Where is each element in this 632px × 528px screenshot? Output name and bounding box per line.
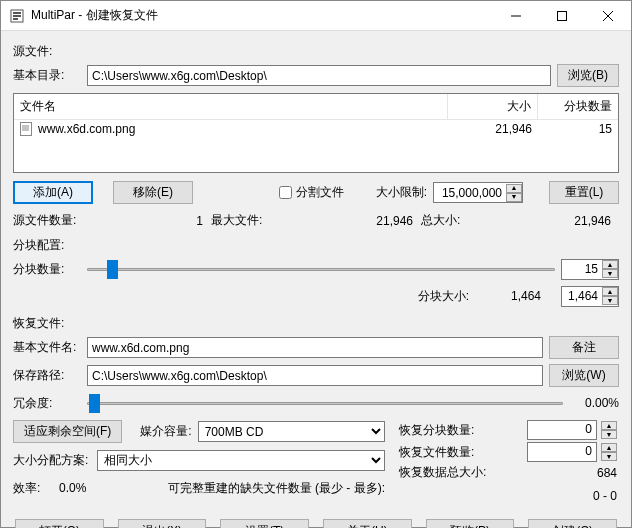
file-list-header: 文件名 大小 分块数量 (14, 94, 618, 120)
alloc-label: 大小分配方案: (13, 452, 91, 469)
basedir-label: 基本目录: (13, 67, 81, 84)
block-count-down[interactable]: ▼ (602, 269, 618, 278)
src-max-label: 最大文件: (211, 212, 301, 229)
redundancy-value: 0.00% (569, 396, 619, 410)
split-checkbox-input[interactable] (279, 186, 292, 199)
src-count-label: 源文件数量: (13, 212, 91, 229)
limit-down[interactable]: ▼ (506, 193, 522, 202)
src-total-label: 总大小: (421, 212, 491, 229)
block-count-up[interactable]: ▲ (602, 260, 618, 269)
rblocks-label: 恢复分块数量: (399, 422, 523, 439)
rblocks-value: 0 (527, 420, 597, 440)
block-size-input[interactable]: ▲▼ (561, 286, 619, 307)
svg-rect-5 (558, 11, 567, 20)
col-name[interactable]: 文件名 (14, 94, 448, 119)
block-size-label: 分块大小: (418, 288, 469, 305)
file-blocks: 15 (532, 122, 612, 136)
svg-rect-1 (13, 12, 21, 14)
alloc-select[interactable]: 相同大小 (97, 450, 385, 471)
recovery-section-label: 恢复文件: (13, 315, 619, 332)
rfiles-spin[interactable]: ▲▼ (601, 443, 617, 461)
options-button[interactable]: 设置(T) (220, 519, 309, 528)
app-icon (9, 8, 25, 24)
browse-savepath-button[interactable]: 浏览(W) (549, 364, 619, 387)
block-section-label: 分块配置: (13, 237, 619, 254)
savepath-label: 保存路径: (13, 367, 81, 384)
redundancy-label: 冗余度: (13, 395, 81, 412)
add-button[interactable]: 添加(A) (13, 181, 93, 204)
svg-rect-3 (13, 18, 18, 20)
about-button[interactable]: 关于(U) (323, 519, 412, 528)
col-blocks[interactable]: 分块数量 (538, 94, 618, 119)
rebuild-label: 可完整重建的缺失文件数量 (最少 - 最多): (168, 480, 385, 497)
create-button[interactable]: 创建(C) (528, 519, 617, 528)
limit-up[interactable]: ▲ (506, 184, 522, 193)
rfiles-label: 恢复文件数量: (399, 444, 523, 461)
close-button[interactable] (585, 1, 631, 31)
efficiency-label: 效率: (13, 480, 40, 497)
split-checkbox[interactable]: 分割文件 (279, 184, 344, 201)
svg-rect-2 (13, 15, 21, 17)
exit-button[interactable]: 退出(X) (118, 519, 207, 528)
remove-button[interactable]: 移除(E) (113, 181, 193, 204)
file-list[interactable]: 文件名 大小 分块数量 www.x6d.com.png 21,946 15 (13, 93, 619, 173)
rebuild-value: 0 - 0 (399, 489, 619, 503)
rblocks-spin[interactable]: ▲▼ (601, 421, 617, 439)
block-count-label: 分块数量: (13, 261, 81, 278)
basedir-input[interactable] (87, 65, 551, 86)
efficiency-value: 0.0% (46, 481, 86, 495)
open-button[interactable]: 打开(O) (15, 519, 104, 528)
limit-label: 大小限制: (376, 184, 427, 201)
media-label: 媒介容量: (140, 423, 191, 440)
bottom-bar: 打开(O) 退出(X) 设置(T) 关于(U) 预览(P) 创建(C) (1, 511, 631, 528)
rtotal-value: 684 (527, 466, 619, 480)
block-size-up[interactable]: ▲ (602, 287, 618, 296)
source-section-label: 源文件: (13, 43, 619, 60)
titlebar: MultiPar - 创建恢复文件 (1, 1, 631, 31)
src-total-value: 21,946 (491, 214, 619, 228)
media-select[interactable]: 700MB CD (198, 421, 385, 442)
src-max-value: 21,946 (301, 214, 421, 228)
rtotal-label: 恢复数据总大小: (399, 464, 523, 481)
browse-basedir-button[interactable]: 浏览(B) (557, 64, 619, 87)
rfiles-value: 0 (527, 442, 597, 462)
block-size-disp: 1,464 (475, 289, 555, 303)
window-title: MultiPar - 创建恢复文件 (31, 7, 493, 24)
basefile-label: 基本文件名: (13, 339, 81, 356)
limit-input[interactable]: ▲▼ (433, 182, 523, 203)
maximize-button[interactable] (539, 1, 585, 31)
block-count-slider[interactable] (87, 259, 555, 279)
reset-button[interactable]: 重置(L) (549, 181, 619, 204)
preview-button[interactable]: 预览(P) (426, 519, 515, 528)
note-button[interactable]: 备注 (549, 336, 619, 359)
block-count-input[interactable]: ▲▼ (561, 259, 619, 280)
minimize-button[interactable] (493, 1, 539, 31)
file-name: www.x6d.com.png (38, 122, 442, 136)
src-count-value: 1 (91, 214, 211, 228)
col-size[interactable]: 大小 (448, 94, 538, 119)
file-row[interactable]: www.x6d.com.png 21,946 15 (14, 120, 618, 138)
file-icon (20, 122, 34, 136)
block-size-down[interactable]: ▼ (602, 296, 618, 305)
fit-free-space-button[interactable]: 适应剩余空间(F) (13, 420, 122, 443)
basefile-input[interactable] (87, 337, 543, 358)
file-size: 21,946 (442, 122, 532, 136)
savepath-input[interactable] (87, 365, 543, 386)
redundancy-slider[interactable] (87, 393, 563, 413)
svg-rect-8 (21, 123, 32, 136)
